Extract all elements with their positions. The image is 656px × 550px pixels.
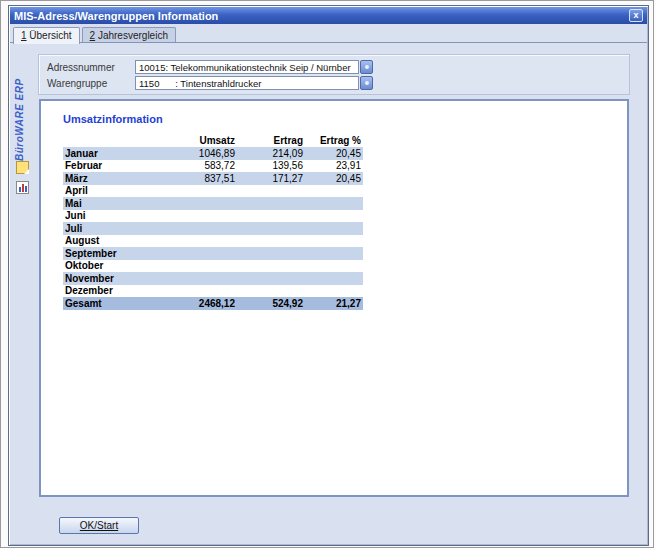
table-row[interactable]: Juni bbox=[63, 210, 363, 223]
umsatz-panel: Umsatzinformation Umsatz Ertrag Ertrag %… bbox=[39, 99, 629, 497]
cell-month: Juli bbox=[63, 223, 163, 234]
title-bar: MIS-Adress/Warengruppen Information x bbox=[10, 7, 647, 24]
cell-ertrag: 214,09 bbox=[237, 148, 305, 159]
cell-umsatz: 583,72 bbox=[163, 160, 237, 171]
cell-month: Februar bbox=[63, 160, 163, 171]
table-total-row[interactable]: Gesamt2468,12524,9221,27 bbox=[63, 297, 363, 310]
cell-month: Juni bbox=[63, 210, 163, 221]
cell-umsatz: 837,51 bbox=[163, 173, 237, 184]
notes-icon[interactable] bbox=[16, 161, 29, 174]
chart-icon-bar bbox=[25, 186, 27, 192]
header-ertrag-pct: Ertrag % bbox=[305, 135, 363, 146]
cell-ertrag: 171,27 bbox=[237, 173, 305, 184]
cell-umsatz: 2468,12 bbox=[163, 298, 237, 309]
cell-ertrag: 139,56 bbox=[237, 160, 305, 171]
umsatz-table: Umsatz Ertrag Ertrag % Januar1046,89214,… bbox=[63, 133, 363, 310]
cell-month: Dezember bbox=[63, 285, 163, 296]
window-title: MIS-Adress/Warengruppen Information bbox=[14, 10, 218, 22]
brand-logo: BüroWARE ERP bbox=[14, 51, 25, 161]
table-row[interactable]: Mai bbox=[63, 197, 363, 210]
table-row[interactable]: Oktober bbox=[63, 260, 363, 273]
cell-umsatz: 1046,89 bbox=[163, 148, 237, 159]
cell-month: Mai bbox=[63, 198, 163, 209]
adressnummer-row: Adressnummer 10015: Telekommunikationste… bbox=[47, 59, 629, 75]
content-area: BüroWARE ERP Adressnummer 10015: Telekom… bbox=[10, 42, 647, 544]
table-row[interactable]: März837,51171,2720,45 bbox=[63, 172, 363, 185]
cell-ertrag: 524,92 bbox=[237, 298, 305, 309]
cell-month: April bbox=[63, 185, 163, 196]
cell-month: Gesamt bbox=[63, 298, 163, 309]
cell-ertrag-pct: 20,45 bbox=[305, 148, 363, 159]
tab-strip: 1 Übersicht 2 Jahresvergleich bbox=[13, 26, 176, 43]
header-ertrag: Ertrag bbox=[237, 135, 305, 146]
sidebar: BüroWARE ERP bbox=[10, 43, 36, 544]
cell-month: September bbox=[63, 248, 163, 259]
table-row[interactable]: Juli bbox=[63, 222, 363, 235]
table-row[interactable]: August bbox=[63, 235, 363, 248]
table-row[interactable]: April bbox=[63, 185, 363, 198]
chart-icon[interactable] bbox=[16, 181, 29, 194]
cell-ertrag-pct: 20,45 bbox=[305, 173, 363, 184]
warengruppe-dropdown-button[interactable] bbox=[360, 76, 373, 90]
filter-form: Adressnummer 10015: Telekommunikationste… bbox=[38, 54, 630, 95]
adressnummer-label: Adressnummer bbox=[47, 62, 135, 73]
panel-title: Umsatzinformation bbox=[63, 113, 163, 125]
cell-month: Oktober bbox=[63, 260, 163, 271]
table-row[interactable]: Januar1046,89214,0920,45 bbox=[63, 147, 363, 160]
cell-ertrag-pct: 23,91 bbox=[305, 160, 363, 171]
table-header-row: Umsatz Ertrag Ertrag % bbox=[63, 133, 363, 147]
cell-month: November bbox=[63, 273, 163, 284]
cell-month: August bbox=[63, 235, 163, 246]
warengruppe-label: Warengruppe bbox=[47, 78, 135, 89]
tab-uebersicht[interactable]: 1 Übersicht bbox=[13, 27, 80, 44]
table-row[interactable]: Dezember bbox=[63, 285, 363, 298]
screen: MIS-Adress/Warengruppen Information x 1 … bbox=[0, 0, 654, 548]
warengruppe-input[interactable]: 1150 : Tintenstrahldrucker bbox=[135, 76, 359, 90]
cell-ertrag-pct: 21,27 bbox=[305, 298, 363, 309]
header-umsatz: Umsatz bbox=[163, 135, 237, 146]
chart-icon-bar bbox=[19, 187, 21, 192]
adressnummer-dropdown-button[interactable] bbox=[360, 60, 373, 74]
cell-month: März bbox=[63, 173, 163, 184]
adressnummer-input[interactable]: 10015: Telekommunikationstechnik Seip / … bbox=[135, 60, 359, 74]
tab-jahresvergleich[interactable]: 2 Jahresvergleich bbox=[82, 27, 176, 43]
table-row[interactable]: September bbox=[63, 247, 363, 260]
umsatz-table-rows: Januar1046,89214,0920,45Februar583,72139… bbox=[63, 147, 363, 310]
warengruppe-row: Warengruppe 1150 : Tintenstrahldrucker bbox=[47, 75, 629, 91]
ok-start-button[interactable]: OK/Start bbox=[59, 517, 139, 534]
cell-month: Januar bbox=[63, 148, 163, 159]
app-window: MIS-Adress/Warengruppen Information x 1 … bbox=[8, 5, 649, 546]
chart-icon-bar bbox=[22, 184, 24, 192]
table-row[interactable]: Februar583,72139,5623,91 bbox=[63, 160, 363, 173]
close-icon[interactable]: x bbox=[629, 9, 643, 22]
table-row[interactable]: November bbox=[63, 272, 363, 285]
